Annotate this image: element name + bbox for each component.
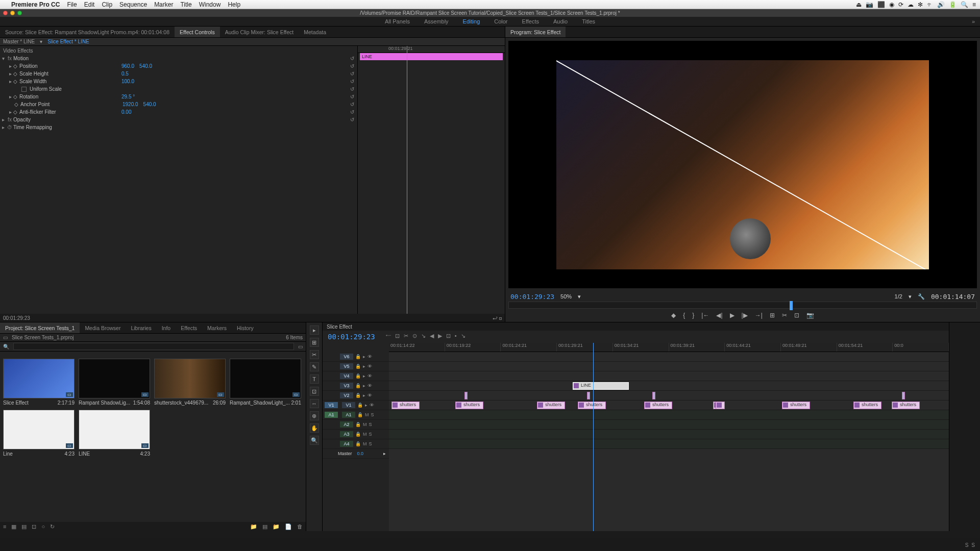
workspace-tab[interactable]: Effects <box>522 18 539 24</box>
timeline-clip[interactable]: shutters <box>782 402 810 409</box>
timeline-clip[interactable]: shutters <box>455 402 483 409</box>
tab-effects[interactable]: Effects <box>176 322 202 333</box>
project-item[interactable]: ▭Slice Effect2:17:19 <box>3 359 75 406</box>
hand-tool[interactable]: ✋ <box>310 423 319 433</box>
workspace-tab[interactable]: Audio <box>553 18 568 24</box>
settings-icon[interactable]: 🔧 <box>918 293 925 300</box>
tab-history[interactable]: History <box>232 322 259 333</box>
resolution-label[interactable]: 1/2 <box>895 293 902 299</box>
eye-icon[interactable]: 👁 <box>368 364 372 369</box>
reset-icon[interactable]: ↺ <box>350 102 354 107</box>
chevron-down-icon[interactable]: ▾ <box>578 293 581 300</box>
video-track-header[interactable]: V4🔒▸👁 <box>323 371 389 381</box>
menu-edit[interactable]: Edit <box>84 1 95 8</box>
folder-icon[interactable]: 📁 <box>273 523 280 530</box>
item-thumbnail[interactable]: ▭ <box>230 359 301 398</box>
project-item[interactable]: ▭shutterstock_v449679...26:09 <box>154 359 226 406</box>
timeline-ruler[interactable]: 00:01:14:2200:01:19:2200:01:24:2100:01:2… <box>389 343 949 352</box>
lock-icon[interactable]: 🔒 <box>355 441 361 446</box>
fx-badge[interactable]: fx <box>6 56 13 61</box>
audio-track-header[interactable]: A1A1🔒MS <box>323 410 389 420</box>
lock-icon[interactable]: 🔒 <box>355 393 361 398</box>
timeline-clip[interactable] <box>716 402 725 409</box>
sync-lock-icon[interactable]: ▸ <box>365 403 368 408</box>
audio-track-header[interactable]: A3🔒MS <box>323 430 389 439</box>
sync-lock-icon[interactable]: ▸ <box>363 354 365 359</box>
app-name[interactable]: Premiere Pro CC <box>11 1 60 8</box>
position-x[interactable]: 960.0 <box>121 63 134 69</box>
track-a1[interactable] <box>389 410 949 420</box>
twirl-icon[interactable]: ▸ <box>7 71 13 77</box>
source-patch[interactable]: A1 <box>325 412 338 418</box>
project-item[interactable]: ▭LINE4:23 <box>79 410 150 457</box>
current-clip-label[interactable]: Slice Effect * LINE <box>47 39 89 44</box>
icon-view-icon[interactable]: ▦ <box>11 523 16 530</box>
sync-lock-icon[interactable]: ▸ <box>363 383 365 388</box>
lock-icon[interactable]: 🔒 <box>355 383 361 388</box>
program-canvas[interactable] <box>508 41 977 288</box>
marker-button[interactable]: ◆ <box>671 312 676 319</box>
track-target[interactable]: A4 <box>340 441 353 447</box>
ec-ruler[interactable]: 00:01:29:21 <box>358 46 505 53</box>
lock-icon[interactable]: 🔒 <box>357 403 363 408</box>
clip-marker[interactable] <box>464 392 468 399</box>
tab-info[interactable]: Info <box>157 322 176 333</box>
video-track-header[interactable]: V5🔒▸👁 <box>323 362 389 371</box>
keyframe-toggle-icon[interactable]: ◇ <box>13 79 19 84</box>
timeline-toolbar-button[interactable]: ✂ <box>404 333 408 339</box>
trash-icon[interactable]: 🗑 <box>297 523 303 530</box>
timeline-toolbar-button[interactable]: ⊙ <box>412 333 417 339</box>
ripple-tool[interactable]: ✂ <box>310 350 319 359</box>
timeline-clip[interactable]: shutters <box>391 402 420 409</box>
tray-icon[interactable]: ✻ <box>918 1 923 8</box>
timeline-toolbar-button[interactable]: ⊡ <box>446 333 451 339</box>
track-select-tool[interactable]: ⊞ <box>310 338 319 347</box>
item-thumbnail[interactable]: ▭ <box>154 359 226 398</box>
workspace-tab[interactable]: Assembly <box>424 18 449 24</box>
menu-file[interactable]: File <box>67 1 77 8</box>
timeline-clip[interactable]: shutters <box>537 402 565 409</box>
tab-libraries[interactable]: Libraries <box>126 322 156 333</box>
track-target[interactable]: V3 <box>340 383 353 389</box>
tab-effect-controls[interactable]: Effect Controls <box>175 27 220 37</box>
position-y[interactable]: 540.0 <box>139 63 152 69</box>
freeform-view-icon[interactable]: ▤ <box>21 523 27 530</box>
reset-icon[interactable]: ↺ <box>350 86 354 92</box>
tray-spotlight-icon[interactable]: 🔍 <box>961 1 968 8</box>
extract-button[interactable]: ✂ <box>782 312 787 319</box>
new-bin-icon[interactable]: 📁 <box>250 523 257 530</box>
reset-icon[interactable]: ↺ <box>350 63 354 69</box>
eye-icon[interactable]: 👁 <box>368 354 372 359</box>
timeline-toolbar-button[interactable]: ▶ <box>438 333 442 339</box>
audio-track-header[interactable]: A2🔒MS <box>323 420 389 430</box>
bin-icon[interactable]: ▭ <box>3 335 8 340</box>
clip-marker[interactable] <box>587 392 590 399</box>
sync-lock-icon[interactable]: ▸ <box>363 364 365 369</box>
track-a3[interactable] <box>389 430 949 439</box>
track-target[interactable]: V1 <box>342 402 355 408</box>
reset-icon[interactable]: ↺ <box>350 79 354 84</box>
reset-icon[interactable]: ↺ <box>350 117 354 122</box>
track-a4[interactable] <box>389 439 949 449</box>
twirl-icon[interactable]: ▸ <box>0 124 6 130</box>
sync-lock-icon[interactable]: ▸ <box>363 373 365 379</box>
twirl-icon[interactable]: ▾ <box>0 56 6 61</box>
mute-button[interactable]: M <box>363 422 367 427</box>
track-target[interactable]: V6 <box>340 354 353 360</box>
footer-icon[interactable]: ▤ <box>262 523 267 530</box>
workspace-overflow-icon[interactable]: » <box>972 18 975 24</box>
menu-marker[interactable]: Marker <box>154 1 173 8</box>
tab-markers[interactable]: Markers <box>202 322 232 333</box>
ec-footer-icon[interactable]: ⊡ <box>499 315 502 321</box>
twirl-icon[interactable]: ▸ <box>7 94 13 99</box>
opacity-label[interactable]: Opacity <box>13 117 31 122</box>
menu-title[interactable]: Title <box>180 1 191 8</box>
timeline-tab[interactable]: Slice Effect <box>323 322 949 331</box>
motion-label[interactable]: Motion <box>13 56 29 61</box>
twirl-icon[interactable]: ▸ <box>7 79 13 84</box>
video-track-header[interactable]: V1V1🔒▸👁 <box>323 400 389 410</box>
reset-icon[interactable]: ↺ <box>350 109 354 115</box>
effect-controls-timeline[interactable]: 00:01:29:21 LINE <box>357 46 505 314</box>
track-v2[interactable] <box>389 391 949 400</box>
goto-in-button[interactable]: |← <box>701 312 709 319</box>
